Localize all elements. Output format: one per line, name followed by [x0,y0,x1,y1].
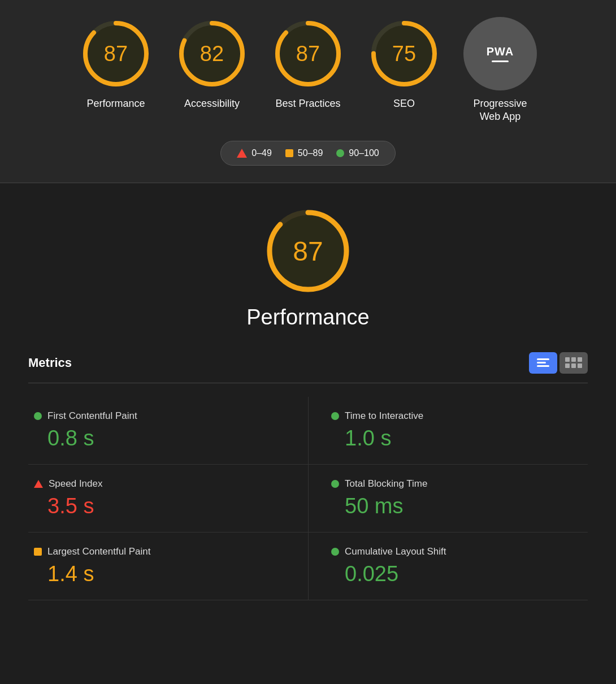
score-item-best-practices[interactable]: 87 Best Practices [271,17,345,110]
score-number-accessibility: 82 [200,42,224,66]
score-circle-seo: 75 [367,17,441,90]
fcp-indicator [34,412,42,420]
score-circle-accessibility: 82 [175,17,249,90]
score-circle-performance: 87 [79,17,153,90]
si-value: 3.5 s [34,494,297,518]
metric-cell-tbt: Total Blocking Time 50 ms [308,465,588,533]
metric-cell-tti: Time to Interactive 1.0 s [308,397,588,465]
cls-indicator [331,548,339,556]
score-label-pwa: Progressive Web App [463,97,537,124]
pwa-dash [492,60,509,62]
score-label-performance: Performance [86,97,145,110]
fcp-value: 0.8 s [34,426,297,451]
legend-range-fail: 0–49 [251,148,272,158]
top-section: 87 Performance 82 Accessibility [0,0,616,183]
metric-header-tbt: Total Blocking Time [331,478,576,490]
pwa-circle: PWA [463,17,537,90]
score-label-accessibility: Accessibility [184,97,240,110]
score-item-accessibility[interactable]: 82 Accessibility [175,17,249,110]
fail-icon [237,149,247,158]
score-item-seo[interactable]: 75 SEO [367,17,441,110]
scores-row: 87 Performance 82 Accessibility [79,17,537,124]
score-item-performance[interactable]: 87 Performance [79,17,153,110]
score-item-pwa[interactable]: PWA Progressive Web App [463,17,537,124]
lcp-indicator [34,548,42,556]
tbt-name: Total Blocking Time [345,478,427,490]
legend-range-pass: 90–100 [349,148,379,158]
si-indicator [34,480,43,488]
score-label-seo: SEO [393,97,415,110]
main-score-label: Performance [246,305,370,330]
tbt-value: 50 ms [331,494,576,518]
tti-name: Time to Interactive [345,410,423,422]
legend-item-fail: 0–49 [237,148,272,158]
metric-header-fcp: First Contentful Paint [34,410,297,422]
fcp-name: First Contentful Paint [47,410,137,422]
grid-icon [565,357,582,368]
metric-cell-si: Speed Index 3.5 s [28,465,308,533]
legend-item-pass: 90–100 [336,148,379,158]
view-toggle [529,352,588,374]
score-number-seo: 75 [392,42,416,66]
metric-header-tti: Time to Interactive [331,410,576,422]
legend-range-average: 50–89 [298,148,323,158]
metrics-grid: First Contentful Paint 0.8 s Time to Int… [28,397,588,600]
score-circle-best-practices: 87 [271,17,345,90]
pwa-text: PWA [487,45,514,58]
main-score-number: 87 [293,235,323,266]
lcp-name: Largest Contentful Paint [47,546,150,557]
tti-value: 1.0 s [331,426,576,451]
metric-cell-lcp: Largest Contentful Paint 1.4 s [28,533,308,600]
score-number-best-practices: 87 [296,42,320,66]
metric-header-si: Speed Index [34,478,297,490]
metric-cell-cls: Cumulative Layout Shift 0.025 [308,533,588,600]
metrics-divider [28,383,588,383]
metric-cell-fcp: First Contentful Paint 0.8 s [28,397,308,465]
metric-header-lcp: Largest Contentful Paint [34,546,297,557]
main-score-circle: 87 [263,206,353,296]
pass-icon [336,149,344,157]
tbt-indicator [331,480,339,488]
score-number-performance: 87 [104,42,128,66]
metrics-title: Metrics [28,356,72,370]
list-view-button[interactable] [529,352,557,374]
score-label-best-practices: Best Practices [275,97,340,110]
main-score-area: 87 Performance [28,206,588,330]
legend-item-average: 50–89 [285,148,323,158]
grid-view-button[interactable] [559,352,588,374]
lcp-value: 1.4 s [34,562,297,586]
legend: 0–49 50–89 90–100 [220,141,395,166]
cls-value: 0.025 [331,562,576,586]
si-name: Speed Index [49,478,102,490]
main-section: 87 Performance Metrics [0,183,616,623]
list-icon [537,358,549,367]
metric-header-cls: Cumulative Layout Shift [331,546,576,557]
tti-indicator [331,412,339,420]
average-icon [285,149,293,157]
metrics-header: Metrics [28,352,588,374]
cls-name: Cumulative Layout Shift [345,546,446,557]
